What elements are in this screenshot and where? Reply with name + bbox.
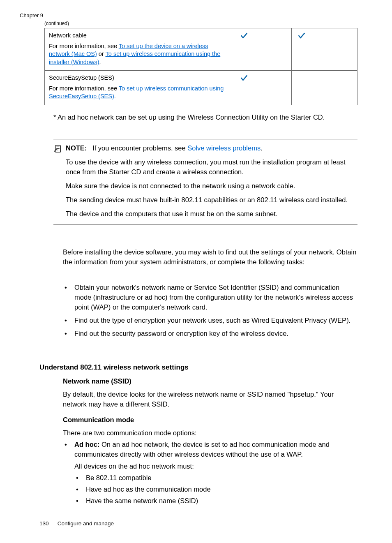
- adhoc-requirements-list: Be 802.11 compatible Have ad hoc as the …: [74, 473, 358, 506]
- table-row: Network cable For more information, see …: [45, 28, 357, 71]
- list-item: Have ad hoc as the communication mode: [74, 485, 358, 494]
- prep-task-list: Obtain your network's network name or Se…: [63, 283, 358, 342]
- list-item: Obtain your network's network name or Se…: [63, 283, 358, 312]
- link-solve-wireless[interactable]: Solve wireless problems: [187, 144, 261, 152]
- continued-label: (continued): [44, 21, 69, 26]
- list-item: Have the same network name (SSID): [74, 496, 358, 506]
- comm-mode-heading: Communication mode: [63, 415, 358, 425]
- table-row: SecureEasySetup (SES) For more informati…: [45, 71, 357, 105]
- note-paragraph: The sending device must have built-in 80…: [66, 195, 357, 205]
- check-icon: [238, 77, 248, 83]
- text: If you encounter problems, see: [92, 144, 187, 152]
- text: .: [261, 144, 263, 152]
- check-icon: [238, 35, 248, 41]
- comm-intro: There are two communication mode options…: [63, 428, 358, 438]
- section-body: Network name (SSID) By default, the devi…: [63, 377, 358, 508]
- note-line: NOTE: If you encounter problems, see Sol…: [66, 143, 357, 153]
- table-cell-col2: [234, 28, 292, 71]
- adhoc-sub-intro: All devices on the ad hoc network must:: [74, 462, 358, 471]
- adhoc-label: Ad hoc:: [74, 441, 99, 448]
- note-callout: NOTE: If you encounter problems, see Sol…: [53, 139, 357, 224]
- table-cell-col3: [292, 28, 357, 71]
- table-cell-desc: Network cable For more information, see …: [45, 28, 234, 71]
- table-cell-col3: [292, 71, 357, 105]
- before-install-paragraph: Before installing the device software, y…: [63, 247, 358, 267]
- text: .: [99, 59, 101, 65]
- check-icon: [296, 35, 306, 41]
- comm-mode-list: Ad hoc: On an ad hoc network, the device…: [63, 440, 358, 506]
- note-paragraph: To use the device with any wireless conn…: [66, 157, 357, 177]
- row-title: SecureEasySetup (SES): [49, 74, 230, 82]
- adhoc-footnote: * An ad hoc network can be set up using …: [53, 113, 357, 122]
- note-label: NOTE:: [66, 144, 87, 152]
- text: For more information, see: [49, 85, 119, 92]
- adhoc-text: On an ad hoc network, the device is set …: [74, 441, 330, 458]
- list-item: Ad hoc: On an ad hoc network, the device…: [63, 440, 358, 506]
- list-item: Be 802.11 compatible: [74, 473, 358, 483]
- text: or: [97, 51, 106, 57]
- chapter-label: Chapter 9: [20, 12, 43, 18]
- table-cell-desc: SecureEasySetup (SES) For more informati…: [45, 71, 234, 105]
- table-cell-col2: [234, 71, 292, 105]
- svg-rect-0: [55, 146, 61, 153]
- text: .: [114, 93, 116, 99]
- list-item: Find out the type of encryption your net…: [63, 316, 358, 326]
- note-paragraph: Make sure the device is not connected to…: [66, 181, 357, 191]
- row-info: For more information, see To set up the …: [49, 42, 230, 67]
- compatibility-table: Network cable For more information, see …: [44, 28, 357, 105]
- note-icon: [53, 144, 62, 155]
- page-number: 130: [39, 520, 56, 527]
- page-footer: 130 Configure and manage: [39, 520, 114, 527]
- section-heading: Understand 802.11 wireless network setti…: [39, 363, 189, 372]
- text: For more information, see: [49, 43, 119, 49]
- row-title: Network cable: [49, 32, 230, 40]
- ssid-heading: Network name (SSID): [63, 377, 358, 386]
- text: [89, 144, 92, 152]
- ssid-paragraph: By default, the device looks for the wir…: [63, 390, 358, 409]
- row-info: For more information, see To set up wire…: [49, 85, 230, 101]
- note-paragraph: The device and the computers that use it…: [66, 209, 357, 219]
- list-item: Find out the security password or encryp…: [63, 329, 358, 339]
- footer-title: Configure and manage: [58, 520, 114, 527]
